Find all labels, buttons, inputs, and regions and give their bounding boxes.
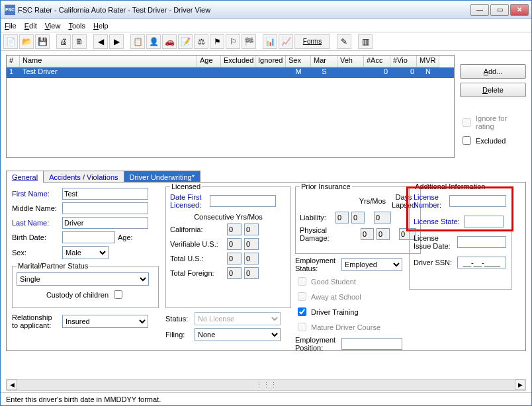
balance-icon[interactable]: ⚖	[194, 34, 208, 49]
horizontal-scrollbar[interactable]: ◀ ⋮⋮⋮ ▶	[6, 379, 526, 391]
vus-years	[227, 238, 242, 250]
col-nacc[interactable]: #Acc	[364, 56, 390, 67]
license-state-input[interactable]	[464, 216, 504, 227]
app-icon: FSC	[5, 5, 15, 15]
menubar: File Edit View Tools Help	[1, 19, 531, 32]
minimize-button[interactable]: —	[470, 4, 489, 16]
ignore-checkbox-row: Ignore for rating	[460, 114, 526, 130]
copy-icon[interactable]: 📋	[130, 34, 145, 49]
save-icon[interactable]: 💾	[35, 34, 50, 49]
col-name[interactable]: Name	[20, 56, 197, 67]
tus-months	[244, 253, 259, 264]
sex-select[interactable]: Male	[62, 246, 109, 259]
new-icon[interactable]: 📄	[3, 34, 18, 49]
sex-label: Sex:	[12, 249, 60, 257]
forms-button[interactable]: Forms	[294, 34, 330, 49]
menu-tools[interactable]: Tools	[68, 22, 85, 30]
tus-years	[227, 253, 242, 264]
nav-next-icon[interactable]: ▶	[109, 34, 124, 49]
scroll-left-icon[interactable]: ◀	[7, 380, 17, 390]
middle-name-label: Middle Name:	[12, 204, 60, 212]
driver-ssn-input[interactable]	[457, 257, 506, 268]
filing-select[interactable]: None	[195, 328, 281, 341]
birth-date-label: Birth Date:	[12, 233, 60, 241]
col-nvio[interactable]: #Vio	[390, 56, 417, 67]
relationship-select[interactable]: Insured	[62, 315, 148, 328]
driver-ssn-label: Driver SSN:	[414, 259, 455, 266]
nav-prev-icon[interactable]: ◀	[93, 34, 108, 49]
first-name-label: First Name:	[12, 190, 60, 198]
middle-name-input[interactable]	[62, 202, 148, 214]
edit-icon[interactable]: ✎	[337, 34, 351, 49]
date-first-licensed-input[interactable]	[210, 195, 276, 207]
grid-row[interactable]: 1 Test Driver M S 0 0 N	[7, 67, 454, 78]
tab-accidents[interactable]: Accidents / Violations	[43, 171, 124, 183]
last-name-input[interactable]	[62, 217, 148, 229]
date-first-licensed-label: Date First Licensed:	[170, 193, 207, 209]
toolbar: 📄 📂 💾 🖨 🗎 ◀ ▶ 📋 👤 🚗 📝 ⚖ ⚑ ⚐ 🏁 📊 📈 Forms …	[1, 32, 531, 51]
tab-underwriting[interactable]: Driver Underwriting*	[124, 171, 200, 183]
add-button[interactable]: Add...	[460, 64, 526, 79]
flag1-icon[interactable]: ⚑	[210, 34, 224, 49]
car-icon[interactable]: 🚗	[162, 34, 177, 49]
employment-status-select[interactable]: Employed	[341, 258, 402, 271]
license-number-label: License Number:	[414, 193, 447, 209]
maximize-button[interactable]: ▭	[490, 4, 509, 16]
grid-header: # Name Age Excluded Ignored Sex Mar Veh …	[7, 56, 454, 67]
flag2-icon[interactable]: ⚐	[226, 34, 240, 49]
tfor-years	[227, 267, 242, 279]
col-mar[interactable]: Mar	[311, 56, 337, 67]
menu-view[interactable]: View	[45, 22, 61, 30]
col-excluded[interactable]: Excluded	[221, 56, 255, 67]
driver-training-checkbox[interactable]	[298, 307, 306, 316]
drivers-grid[interactable]: # Name Age Excluded Ignored Sex Mar Veh …	[6, 55, 455, 158]
last-name-label: Last Name:	[12, 219, 60, 227]
tab-general[interactable]: General	[6, 171, 44, 183]
license-state-label: License State:	[414, 218, 461, 225]
employment-position-input[interactable]	[341, 338, 402, 350]
mature-course-checkbox	[298, 323, 306, 331]
person-icon[interactable]: 👤	[146, 34, 161, 49]
license-number-input[interactable]	[449, 195, 506, 207]
open-icon[interactable]: 📂	[19, 34, 34, 49]
menu-file[interactable]: File	[5, 22, 17, 30]
first-name-input[interactable]	[62, 188, 148, 200]
menu-edit[interactable]: Edit	[24, 22, 37, 30]
col-ignored[interactable]: Ignored	[255, 56, 286, 67]
license-issue-date-input[interactable]	[457, 236, 506, 248]
tfor-months	[244, 267, 259, 279]
window-title: FSC Rater - California Auto Rater - Test…	[18, 6, 470, 14]
col-age[interactable]: Age	[197, 56, 221, 67]
print-icon[interactable]: 🖨	[56, 34, 71, 49]
col-veh[interactable]: Veh	[337, 56, 364, 67]
license-issue-date-label: License Issue Date:	[414, 234, 455, 250]
birth-date-input[interactable]	[62, 231, 115, 243]
titlebar: FSC FSC Rater - California Auto Rater - …	[1, 1, 531, 19]
menu-help[interactable]: Help	[93, 22, 109, 30]
col-num[interactable]: #	[7, 56, 20, 67]
flag3-icon[interactable]: 🏁	[242, 34, 256, 49]
preview-icon[interactable]: 🗎	[72, 34, 87, 49]
custody-checkbox[interactable]	[114, 290, 122, 299]
general-panel: First Name: Middle Name: Last Name: Birt…	[6, 182, 526, 351]
chart2-icon[interactable]: 📈	[279, 34, 293, 49]
marital-select[interactable]: Single	[17, 272, 149, 286]
good-student-checkbox	[298, 277, 306, 286]
license-status-select: No License	[195, 312, 281, 325]
excluded-checkbox[interactable]	[463, 136, 471, 145]
excluded-checkbox-row[interactable]: Excluded	[460, 134, 526, 147]
relationship-label: Relationship to applicant:	[12, 313, 60, 329]
prior-insurance-fieldset: Prior Insurance Yrs/MosDays Lapsed Liabi…	[295, 183, 421, 254]
col-mvr[interactable]: MVR	[417, 56, 439, 67]
status-text: Enter this driver's birth date in MMDDYY…	[6, 395, 161, 403]
col-sex[interactable]: Sex	[286, 56, 311, 67]
scroll-right-icon[interactable]: ▶	[515, 380, 525, 390]
app-window: FSC FSC Rater - California Auto Rater - …	[0, 0, 532, 406]
note-icon[interactable]: 📝	[178, 34, 193, 49]
licensed-fieldset: Licensed Date First Licensed: Consecutiv…	[165, 183, 291, 308]
close-button[interactable]: ✕	[510, 4, 529, 16]
delete-button[interactable]: Delete	[460, 83, 526, 97]
vus-months	[244, 238, 259, 250]
chart1-icon[interactable]: 📊	[263, 34, 277, 49]
columns-icon[interactable]: ▥	[358, 34, 373, 49]
